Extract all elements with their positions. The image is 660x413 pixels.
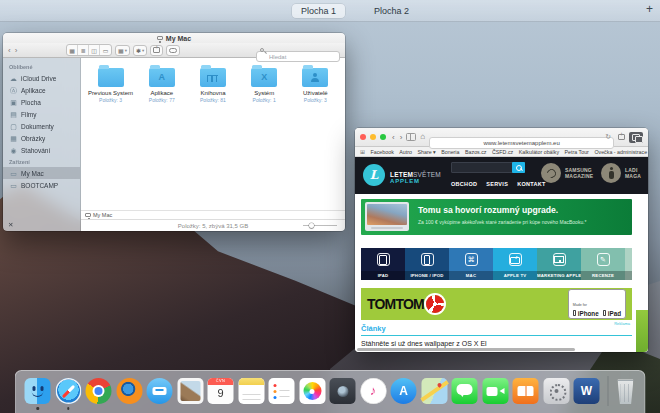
articles-heading: Články xyxy=(361,324,632,336)
safari-window[interactable]: ‹ › ⌂ ↻ ⊞ Facebook Autro Share ▾ Boneria… xyxy=(355,128,648,352)
sidebar-item-stahovani[interactable]: ◉Stahování xyxy=(3,144,80,156)
bookmark-item[interactable]: Share ▾ xyxy=(417,149,435,155)
sidebar-item-obrazky[interactable]: ▦Obrázky xyxy=(3,132,80,144)
dock-icon-facetime[interactable] xyxy=(482,378,508,404)
dock-icon-app-store[interactable] xyxy=(391,378,417,404)
list-view-button[interactable]: ≣ xyxy=(78,45,89,55)
tags-button[interactable] xyxy=(166,45,180,56)
back-button[interactable]: ‹ xyxy=(8,46,11,55)
reload-icon[interactable]: ↻ xyxy=(605,133,611,141)
sidebar-item-plocha[interactable]: ▣Plocha xyxy=(3,96,80,108)
tomtom-ad-banner[interactable]: TOMTOM Made for iPhone iPad xyxy=(361,288,632,320)
sidebar-item-my-mac[interactable]: ▭My Mac xyxy=(3,167,80,179)
bookmark-item[interactable]: Bazos.cz xyxy=(465,149,487,155)
finder-window[interactable]: My Mac ‹ › ▦ ≣ ◫ ▭ ▦▾ ✱▾ Oblíbe xyxy=(3,33,345,231)
folder-aplikace[interactable]: A Aplikace Položky: 77 xyxy=(137,64,187,104)
add-space-button[interactable]: + xyxy=(646,2,653,16)
dock-icon-chrome[interactable] xyxy=(86,378,112,404)
sidebar-item-aplikace[interactable]: ⒶAplikace xyxy=(3,84,80,96)
zoom-window-button[interactable] xyxy=(380,134,386,140)
horizontal-scrollbar[interactable] xyxy=(357,348,575,351)
nav-tile-iphone-ipod[interactable]: IPHONE / IPOD xyxy=(405,248,449,280)
menu-item-servis[interactable]: SERVIS xyxy=(486,181,508,187)
nav-tile-mac[interactable]: ⌘MAC xyxy=(449,248,493,280)
icon-view-button[interactable]: ▦ xyxy=(67,45,78,55)
path-item[interactable]: My Mac xyxy=(93,212,112,218)
bookmark-item[interactable]: Autro xyxy=(399,149,412,155)
folder-knihovna[interactable]: Knihovna Položky: 81 xyxy=(188,64,238,104)
dock-icon-mailbox[interactable] xyxy=(147,378,173,404)
dock-trash-icon[interactable] xyxy=(616,378,636,404)
forward-button[interactable]: › xyxy=(400,133,403,142)
site-search-field[interactable] xyxy=(451,162,525,173)
dock-icon-safari[interactable] xyxy=(55,378,81,404)
dock-icon-itunes[interactable] xyxy=(360,378,386,404)
column-view-button[interactable]: ◫ xyxy=(89,45,100,55)
share-icon[interactable] xyxy=(618,134,625,140)
bookmark-item[interactable]: Ovečka - administrace xyxy=(594,149,647,155)
nav-tile-marketing-apple[interactable]: MARKETING APPLE xyxy=(537,248,581,280)
sidebar-toggle-icon[interactable] xyxy=(406,133,416,141)
zoom-slider-knob[interactable] xyxy=(309,223,314,228)
forward-button[interactable]: › xyxy=(15,46,18,55)
nav-tile-recenze[interactable]: ✎RECENZE xyxy=(581,248,625,280)
sidebar-item-bootcamp[interactable]: ▭BOOTCAMP xyxy=(3,179,80,191)
close-window-button[interactable] xyxy=(360,134,366,140)
sidebar-item-icloud-drive[interactable]: ☁iCloud Drive xyxy=(3,72,80,84)
dock-icon-photos[interactable] xyxy=(299,378,325,404)
menu-item-obchod[interactable]: OBCHOD xyxy=(451,181,477,187)
category-nav: IPAD IPHONE / IPOD ⌘MAC APPLE TV MARKETI… xyxy=(361,248,632,280)
article-link[interactable]: Stáhněte si už dnes wallpaper z OS X El xyxy=(361,340,632,347)
dock-icon-messages[interactable] xyxy=(452,378,478,404)
bookmark-item[interactable]: Kalkulátor obálky xyxy=(519,149,559,155)
tab-overview-icon[interactable] xyxy=(629,132,643,143)
dock-icon-photo-booth[interactable] xyxy=(330,378,356,404)
site-search-button[interactable] xyxy=(512,162,525,173)
samsung-magazine-badge[interactable]: SAMSUNGMAGAZINE xyxy=(541,163,593,183)
sidebar-item-dokumenty[interactable]: ▢Dokumenty xyxy=(3,120,80,132)
dock-icon-ibooks[interactable] xyxy=(513,378,539,404)
action-gear-button[interactable]: ✱▾ xyxy=(133,45,147,56)
folder-previous-system[interactable]: Previous System Položky: 3 xyxy=(86,64,136,104)
home-icon[interactable]: ⌂ xyxy=(420,133,425,141)
site-brand[interactable]: LETEMSVĚTEM APPLEM xyxy=(390,168,441,185)
macbook-upgrade-banner[interactable]: Tomu sa hovorí rozumný upgrade. Za 100 €… xyxy=(361,199,632,235)
arrange-button[interactable]: ▦▾ xyxy=(115,45,130,56)
dock-icon-reminders[interactable] xyxy=(269,378,295,404)
favorites-grid-icon[interactable]: ⊞ xyxy=(360,148,365,155)
bookmark-item[interactable]: Petra Tour xyxy=(565,149,589,155)
site-logo[interactable]: L xyxy=(363,164,385,186)
ladi-magazine-badge[interactable]: LADIMAGA xyxy=(601,163,647,183)
running-indicator xyxy=(67,407,70,410)
apple-tv-icon xyxy=(509,253,522,266)
dock-icon-calendar[interactable]: ČVN 9 xyxy=(208,378,234,404)
dock-icon-finder[interactable] xyxy=(25,378,51,404)
bookmark-item[interactable]: Boneria xyxy=(441,149,459,155)
coverflow-view-button[interactable]: ▭ xyxy=(100,45,111,55)
zoom-slider[interactable] xyxy=(303,225,337,226)
dock-icon-firefox[interactable] xyxy=(116,378,142,404)
marketing-icon xyxy=(553,253,566,266)
bookmark-item[interactable]: Facebook xyxy=(371,149,394,155)
dock-icon-system-preferences[interactable] xyxy=(543,378,569,404)
dock-icon-mail[interactable] xyxy=(177,378,203,404)
space-plocha-1[interactable]: Plocha 1 xyxy=(292,4,345,18)
url-input[interactable] xyxy=(429,137,614,149)
dock-icon-word[interactable] xyxy=(574,378,600,404)
folder-system[interactable]: X Systém Položky: 1 xyxy=(239,64,289,104)
ad-fragment-green[interactable] xyxy=(636,310,648,352)
nav-tile-partial[interactable] xyxy=(625,248,632,280)
close-icon[interactable]: ✕ xyxy=(8,221,13,229)
search-input[interactable] xyxy=(256,51,340,62)
nav-tile-apple-tv[interactable]: APPLE TV xyxy=(493,248,537,280)
minimize-window-button[interactable] xyxy=(370,134,376,140)
nav-tile-ipad[interactable]: IPAD xyxy=(361,248,405,280)
bookmark-item[interactable]: ČSFD.cz xyxy=(492,149,513,155)
sidebar-item-filmy[interactable]: ▤Filmy xyxy=(3,108,80,120)
folder-uzivatele[interactable]: Uživatelé Položky: 3 xyxy=(290,64,340,104)
space-plocha-2[interactable]: Plocha 2 xyxy=(365,4,418,18)
dock-icon-maps[interactable] xyxy=(421,378,447,404)
back-button[interactable]: ‹ xyxy=(392,133,395,142)
share-button[interactable] xyxy=(150,45,163,56)
dock-icon-notes[interactable] xyxy=(238,378,264,404)
